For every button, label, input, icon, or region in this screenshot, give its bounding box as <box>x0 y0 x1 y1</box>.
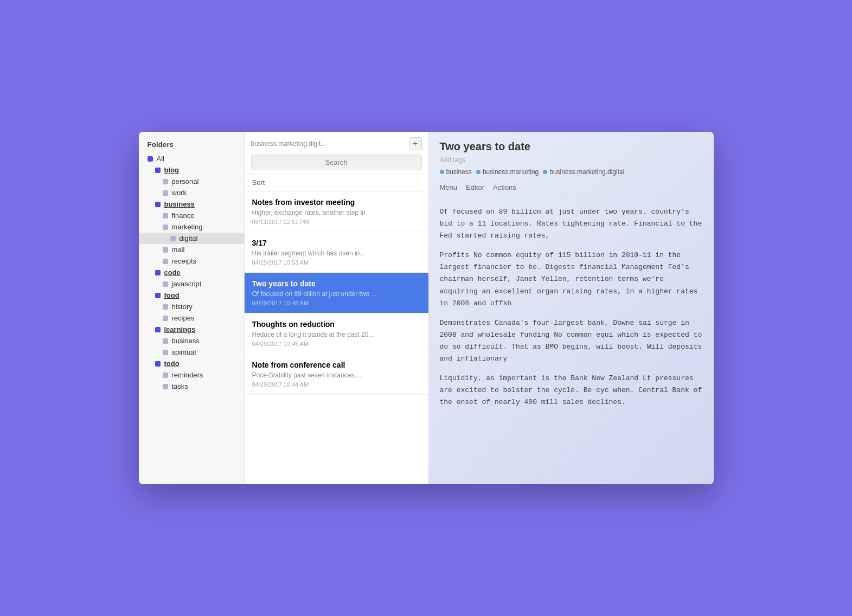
note-title-note1: Notes from investor meeting <box>252 198 421 207</box>
marketing-dot-icon <box>163 224 168 230</box>
sidebar-item-spiritual[interactable]: spiritual <box>139 347 244 358</box>
add-tags[interactable]: Add tags... <box>440 156 703 164</box>
blog-dot-icon <box>155 168 161 173</box>
todo-dot-icon <box>155 361 161 367</box>
work-dot-icon <box>163 190 168 196</box>
note-item-note5[interactable]: Note from conference callPrice-Stability… <box>245 354 428 395</box>
sidebar-item-mail[interactable]: mail <box>139 244 244 255</box>
tag-dot-icon-2 <box>543 170 547 174</box>
note-item-note4[interactable]: Thoughts on reductionReduce of a long it… <box>245 313 428 354</box>
editor-paragraph-3: Liquidity, as important is the Bank New … <box>440 373 703 408</box>
editor-header: Two years to date Add tags... businessbu… <box>429 132 714 197</box>
breadcrumb-bar: business.marketing.digit... + <box>251 137 422 150</box>
note-item-note2[interactable]: 3/17His trailer segment which has risen … <box>245 232 428 273</box>
menu-button[interactable]: Menu <box>440 183 458 191</box>
editor-body[interactable]: Of focused on 89 billion at just under t… <box>429 197 714 484</box>
learnings-dot-icon <box>155 327 161 332</box>
sidebar-label-business: business <box>164 200 195 208</box>
receipts-dot-icon <box>163 259 168 264</box>
sidebar-item-learnings-business[interactable]: business <box>139 335 244 347</box>
sidebar-item-learnings[interactable]: learnings <box>139 324 244 335</box>
sidebar-label-personal: personal <box>172 177 199 185</box>
sidebar-label-finance: finance <box>172 211 195 220</box>
sidebar-label-code: code <box>164 268 181 277</box>
sidebar-label-all: All <box>157 155 164 163</box>
reminders-dot-icon <box>163 373 168 378</box>
tag-0[interactable]: business <box>440 168 472 176</box>
editor-paragraph-2: Demonstrates Canada's four-largest bank,… <box>440 317 703 365</box>
business-dot-icon <box>155 202 161 207</box>
recipes-dot-icon <box>163 316 168 321</box>
sidebar-label-digital: digital <box>180 234 198 242</box>
note-date-note1: 05/11/2017 12:51 PM <box>252 219 421 225</box>
editor-paragraph-1: Profits No common equity of 115 billion … <box>440 249 703 309</box>
digital-dot-icon <box>170 236 176 241</box>
sidebar-item-history[interactable]: history <box>139 301 244 312</box>
sidebar-label-receipts: receipts <box>172 257 197 265</box>
code-dot-icon <box>155 270 161 275</box>
spiritual-dot-icon <box>163 350 168 355</box>
sidebar-item-business[interactable]: business <box>139 198 244 210</box>
editor-button[interactable]: Editor <box>466 183 484 191</box>
all-dot-icon <box>148 156 153 162</box>
sidebar-item-blog[interactable]: blog <box>139 164 244 176</box>
note-preview-note5: Price-Stability past seven instances,... <box>252 371 421 379</box>
sidebar-item-work[interactable]: work <box>139 187 244 198</box>
note-items: Notes from investor meetingHigher, excha… <box>245 191 428 484</box>
sidebar-item-reminders[interactable]: reminders <box>139 369 244 381</box>
sidebar-item-recipes[interactable]: recipes <box>139 312 244 324</box>
javascript-dot-icon <box>163 281 168 287</box>
sidebar-label-spiritual: spiritual <box>172 348 196 356</box>
sidebar-label-mail: mail <box>172 246 185 254</box>
tag-2[interactable]: business.marketing.digital <box>543 168 624 176</box>
breadcrumb: business.marketing.digit... <box>251 140 326 147</box>
sidebar-label-recipes: recipes <box>172 314 195 322</box>
sidebar-item-digital[interactable]: digital <box>139 233 244 244</box>
sidebar-item-all[interactable]: All <box>139 153 244 164</box>
sidebar-item-personal[interactable]: personal <box>139 176 244 187</box>
sidebar-label-todo: todo <box>164 360 180 368</box>
sidebar-label-learnings: learnings <box>164 325 196 333</box>
tag-label-2: business.marketing.digital <box>549 168 624 176</box>
sidebar-item-todo[interactable]: todo <box>139 358 244 369</box>
add-note-button[interactable]: + <box>409 137 422 150</box>
editor-paragraph-0: Of focused on 89 billion at just under t… <box>440 206 703 242</box>
search-input[interactable] <box>251 155 422 170</box>
sidebar-item-receipts[interactable]: receipts <box>139 255 244 267</box>
editor-panel: Two years to date Add tags... businessbu… <box>429 132 714 484</box>
sidebar-label-food: food <box>164 291 180 299</box>
sidebar-item-food[interactable]: food <box>139 290 244 301</box>
actions-button[interactable]: Actions <box>493 183 516 191</box>
note-date-note2: 04/29/2017 10:53 AM <box>252 259 421 266</box>
sidebar-item-code[interactable]: code <box>139 267 244 278</box>
tag-dot-icon-1 <box>476 170 481 174</box>
note-date-note4: 04/29/2017 10:45 AM <box>252 341 421 347</box>
sidebar-item-javascript[interactable]: javascript <box>139 278 244 290</box>
sidebar-title: Folders <box>139 140 244 153</box>
note-preview-note3: Of focused on 89 billion at just under t… <box>252 290 421 298</box>
sidebar-label-history: history <box>172 303 193 311</box>
note-list: business.marketing.digit... + Sort Notes… <box>245 132 429 484</box>
food-dot-icon <box>155 293 161 298</box>
sidebar-label-tasks: tasks <box>172 382 188 390</box>
sidebar-label-marketing: marketing <box>172 223 203 231</box>
sidebar-label-reminders: reminders <box>172 371 203 379</box>
note-list-header: business.marketing.digit... + <box>245 132 428 174</box>
app-window: Folders Allblogpersonalworkbusinessfinan… <box>139 132 714 484</box>
note-item-note3[interactable]: Two years to dateOf focused on 89 billio… <box>245 273 428 313</box>
tag-1[interactable]: business.marketing <box>476 168 539 176</box>
note-date-note5: 04/29/2017 10:44 AM <box>252 381 421 388</box>
tag-dot-icon-0 <box>440 170 444 174</box>
sort-bar[interactable]: Sort <box>245 174 428 191</box>
tag-label-0: business <box>446 168 472 176</box>
sidebar-item-tasks[interactable]: tasks <box>139 381 244 392</box>
finance-dot-icon <box>163 213 168 219</box>
editor-title: Two years to date <box>440 140 703 153</box>
sidebar: Folders Allblogpersonalworkbusinessfinan… <box>139 132 245 484</box>
tag-list: businessbusiness.marketingbusiness.marke… <box>440 168 703 176</box>
sidebar-item-finance[interactable]: finance <box>139 210 244 221</box>
mail-dot-icon <box>163 247 168 253</box>
history-dot-icon <box>163 304 168 310</box>
note-item-note1[interactable]: Notes from investor meetingHigher, excha… <box>245 191 428 232</box>
sidebar-item-marketing[interactable]: marketing <box>139 221 244 233</box>
